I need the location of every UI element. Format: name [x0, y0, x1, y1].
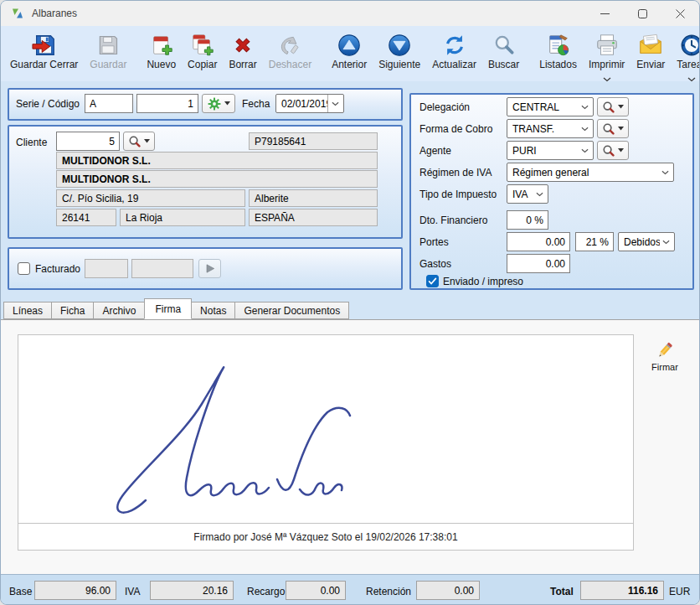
- regimen-iva-label: Régimen de IVA: [419, 167, 492, 178]
- siguiente-button[interactable]: Siguiente: [373, 30, 426, 70]
- tab-notas[interactable]: Notas: [191, 302, 235, 319]
- regimen-iva-value: Régimen general: [512, 167, 659, 178]
- minimize-icon: [600, 9, 610, 18]
- cliente-razon-social-field: MULTIDONOR S.L.: [56, 152, 378, 169]
- signature-canvas[interactable]: [18, 334, 634, 524]
- undo-icon: [278, 32, 301, 58]
- fecha-picker[interactable]: 02/01/2019: [275, 94, 344, 113]
- reports-icon: [546, 32, 571, 58]
- buscar-button[interactable]: Buscar: [482, 30, 525, 70]
- gastos-input[interactable]: [507, 254, 570, 273]
- save-close-icon: [32, 32, 57, 58]
- tab-generar-documentos[interactable]: Generar Documentos: [234, 302, 349, 319]
- agente-combo[interactable]: PURI: [507, 141, 594, 160]
- guardar-cerrar-button[interactable]: Guardar Cerrar: [4, 30, 84, 70]
- firmar-button[interactable]: Firmar: [641, 334, 689, 378]
- close-button[interactable]: [661, 1, 699, 26]
- check-icon: [428, 277, 437, 286]
- agente-lookup-button[interactable]: [597, 141, 629, 160]
- agente-value: PURI: [512, 145, 579, 157]
- window-title: Albaranes: [32, 8, 77, 19]
- forma-cobro-label: Forma de Cobro: [419, 123, 492, 135]
- recargo-label: Recargo: [247, 586, 285, 597]
- facturado-label: Facturado: [35, 263, 80, 275]
- listados-button[interactable]: Listados: [533, 30, 583, 70]
- print-icon: [594, 32, 620, 58]
- codigo-options-button[interactable]: [202, 94, 235, 113]
- dto-financiero-input[interactable]: [507, 210, 548, 230]
- tipo-impuesto-combo[interactable]: IVA: [507, 184, 548, 204]
- chevron-down-icon: [687, 70, 696, 77]
- ir-a-factura-button[interactable]: [198, 259, 221, 278]
- tab-ficha[interactable]: Ficha: [51, 302, 94, 319]
- retencion-field: 0.00: [416, 581, 480, 600]
- cliente-lookup-button[interactable]: [123, 132, 155, 151]
- base-label: Base: [9, 586, 32, 597]
- portes-tipo-value: Debidos: [624, 236, 660, 248]
- tab-lineas[interactable]: Líneas: [3, 302, 52, 319]
- cliente-codigo-input[interactable]: [56, 132, 120, 151]
- portes-iva-input[interactable]: [575, 232, 614, 251]
- window-controls: [586, 1, 699, 26]
- imprimir-button[interactable]: Imprimir: [583, 30, 631, 77]
- chevron-down-icon: [327, 95, 342, 112]
- pencil-icon: [656, 340, 674, 360]
- send-icon: [638, 32, 663, 58]
- maximize-button[interactable]: [624, 1, 661, 26]
- delegacion-combo[interactable]: CENTRAL: [507, 97, 594, 116]
- delegacion-lookup-button[interactable]: [597, 97, 629, 116]
- facturado-checkbox[interactable]: [18, 262, 30, 275]
- delete-record-icon: [231, 32, 255, 58]
- delegacion-label: Delegación: [419, 101, 470, 113]
- enviar-button[interactable]: Enviar: [631, 30, 671, 70]
- total-label: Total: [550, 586, 574, 597]
- anterior-button[interactable]: Anterior: [326, 30, 373, 70]
- borrar-button[interactable]: Borrar: [223, 30, 262, 70]
- chevron-down-icon: [579, 127, 591, 132]
- toolbar-button-label: Nuevo: [147, 59, 176, 70]
- toolbar-button-label: Siguiente: [378, 59, 420, 70]
- totales-statusbar: Base 96.00 IVA 20.16 Recargo 0.00 Retenc…: [1, 574, 700, 605]
- chevron-down-icon: [603, 70, 611, 77]
- forma-cobro-lookup-button[interactable]: [597, 119, 629, 138]
- deshacer-button[interactable]: Deshacer: [263, 30, 317, 70]
- toolbar-button-label: Actualizar: [432, 59, 476, 70]
- albaranes-window: Albaranes Gu: [0, 0, 700, 605]
- tareas-button[interactable]: Tareas: [671, 30, 700, 77]
- chevron-down-icon: [660, 240, 672, 245]
- toolbar-button-label: Buscar: [488, 59, 519, 70]
- tab-firma[interactable]: Firma: [144, 298, 192, 319]
- regimen-iva-combo[interactable]: Régimen general: [507, 163, 674, 182]
- minimize-button[interactable]: [586, 1, 624, 26]
- serie-codigo-label: Serie / Código: [16, 98, 80, 110]
- serie-input[interactable]: [85, 94, 133, 113]
- magnifier-icon: [602, 144, 615, 157]
- base-field: 96.00: [34, 581, 116, 600]
- dropdown-caret-icon: [144, 139, 150, 143]
- actualizar-button[interactable]: Actualizar: [426, 30, 482, 70]
- toolbar-button-label: Anterior: [332, 59, 367, 70]
- iva-field: 20.16: [150, 581, 234, 600]
- chevron-down-icon: [659, 170, 672, 175]
- toolbar-button-label: Deshacer: [269, 59, 311, 70]
- guardar-button[interactable]: Guardar: [84, 30, 132, 70]
- app-logo-icon: [11, 7, 24, 20]
- agente-label: Agente: [419, 145, 451, 157]
- copiar-button[interactable]: Copiar: [182, 30, 223, 70]
- dropdown-caret-icon: [618, 127, 624, 131]
- enviado-impreso-label: Enviado / impreso: [443, 276, 523, 287]
- tab-archivo[interactable]: Archivo: [93, 302, 145, 319]
- tipo-impuesto-value: IVA: [512, 189, 533, 200]
- cliente-nif-field: P79185641: [249, 132, 378, 150]
- new-record-icon: [149, 32, 174, 58]
- portes-input[interactable]: [507, 232, 570, 251]
- forma-cobro-combo[interactable]: TRANSF.: [507, 119, 594, 138]
- nuevo-button[interactable]: Nuevo: [141, 30, 182, 70]
- tasks-icon: [679, 32, 700, 58]
- portes-tipo-combo[interactable]: Debidos: [618, 232, 675, 251]
- copy-record-icon: [190, 32, 215, 58]
- signature-image: [18, 335, 633, 523]
- codigo-input[interactable]: [136, 94, 198, 113]
- toolbar-button-label: Copiar: [188, 59, 217, 70]
- enviado-impreso-checkbox[interactable]: [426, 275, 439, 287]
